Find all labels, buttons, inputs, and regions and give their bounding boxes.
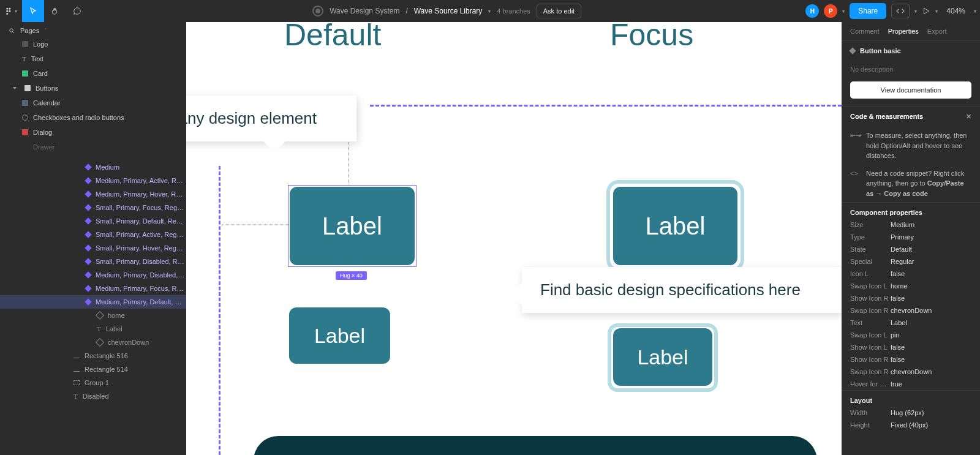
rect-icon [74,367,80,372]
group-icon [74,380,80,385]
instance-icon [96,338,104,347]
layer-item[interactable]: Medium, Primary, Active, Regular [0,174,186,187]
rect-icon [74,353,80,358]
share-button[interactable]: Share [850,3,886,19]
top-toolbar: ▾ Wave Design System / Wave Source Libra… [0,0,980,22]
button-default-small[interactable]: Label [289,307,390,364]
sublayer-label[interactable]: TLabel [0,322,186,336]
left-panel: Pages ˄ Logo TText Card Buttons Calendar… [0,22,186,455]
close-icon[interactable]: ✕ [966,113,971,121]
hand-tool[interactable] [44,0,66,22]
property-row: Show Icon Lfalse [842,341,980,353]
tab-comment[interactable]: Comment [850,28,880,35]
figma-menu[interactable]: ▾ [0,0,22,22]
property-row: Swap Icon Lhome [842,280,980,292]
button-focus[interactable]: Label [613,187,737,265]
code-icon [895,7,905,15]
layer-item[interactable]: Small, Primary, Active, Regular [0,228,186,241]
comment-tool[interactable] [66,0,88,22]
svg-point-5 [10,28,13,32]
ask-to-edit-button[interactable]: Ask to edit [537,4,581,18]
view-documentation-button[interactable]: View documentation [850,81,971,99]
figma-icon [5,7,13,15]
sublayer-chevron[interactable]: chevronDown [0,336,186,349]
button-focus-small[interactable]: Label [613,328,712,386]
layer-item-selected[interactable]: Medium, Primary, Default, Regu... [0,295,186,309]
user-avatar-h[interactable]: H [805,4,819,18]
layer-item[interactable]: Medium, Primary, Hover, Regular [0,187,186,201]
selection-outline [288,185,417,267]
team-name[interactable]: Wave Design System [330,7,399,15]
layer-item[interactable]: Small, Primary, Disabled, Regular [0,255,186,268]
property-row: TextLabel [842,317,980,329]
component-properties-header: Component properties [842,202,980,219]
page-item-drawer[interactable]: Drawer [0,140,186,154]
branch-count[interactable]: 4 branches [497,7,530,15]
hint-measure: ⇤⇥ To measure, select anything, then hol… [842,127,980,165]
property-row: Hover for W...true [842,378,980,390]
chevron-down-icon[interactable]: ▾ [842,9,845,14]
hand-icon [51,7,59,15]
pages-label: Pages [20,27,39,34]
layer-disabled[interactable]: TDisabled [0,389,186,403]
tooltip-specs: Find basic design specifications here [522,267,842,313]
tab-properties[interactable]: Properties [888,28,919,35]
property-row: StateDefault [842,243,980,255]
dimension-badge: Hug × 40 [336,271,367,280]
chevron-down-icon[interactable]: ▾ [974,9,976,14]
svg-rect-3 [9,8,10,10]
layer-rect514[interactable]: Rectangle 514 [0,363,186,376]
layout-row: WidthHug (62px) [842,407,980,419]
guide-horizontal [370,105,842,107]
canvas[interactable]: Default Focus Label Hug × 40 Label Label… [186,22,842,455]
page-item-calendar[interactable]: Calendar [0,96,186,110]
layer-group1[interactable]: Group 1 [0,376,186,389]
chevron-down-icon[interactable]: ▾ [935,9,938,14]
comment-icon [73,7,81,15]
property-row: Icon Lfalse [842,268,980,280]
page-item-buttons[interactable]: Buttons [0,81,186,96]
heading-default: Default [284,22,381,53]
layer-item[interactable]: Medium, Primary, Focus, Regular [0,282,186,295]
dev-mode-toggle[interactable] [891,4,910,18]
property-row: SpecialRegular [842,255,980,268]
chevron-down-icon[interactable]: ▾ [488,9,491,14]
code-measurements-header: Code & measurements ✕ [842,106,980,127]
tab-export[interactable]: Export [927,28,947,35]
page-list: Logo TText Card Buttons Calendar Checkbo… [0,39,186,156]
code-icon: <> [850,168,860,199]
right-tabs: Comment Properties Export [842,22,980,40]
layout-header: Layout [842,390,980,407]
page-item-logo[interactable]: Logo [0,37,186,51]
zoom-level[interactable]: 404% [943,7,969,15]
project-avatar [312,6,323,17]
layer-rect516[interactable]: Rectangle 516 [0,349,186,363]
layer-item[interactable]: Medium, Primary, Disabled, Reg... [0,268,186,282]
hint-code: <> Need a code snippet? Right click anyt… [842,165,980,203]
play-icon[interactable] [922,7,930,15]
property-row: Show Icon Rfalse [842,353,980,366]
property-row: Swap Icon RchevronDown [842,366,980,378]
page-item-dialog[interactable]: Dialog [0,125,186,140]
layer-item[interactable]: Small, Primary, Default, Regular [0,214,186,228]
layer-item[interactable]: Small, Primary, Focus, Regular [0,201,186,214]
instance-icon [96,311,104,320]
svg-rect-0 [6,8,8,10]
page-item-card[interactable]: Card [0,66,186,81]
top-right-controls: H P ▾ Share ▾ ▾ 404% ▾ [805,3,980,19]
property-row: Swap Icon RchevronDown [842,304,980,317]
guide-vertical [219,166,221,455]
page-item-checkboxes[interactable]: Checkboxes and radio buttons [0,110,186,125]
page-item-text[interactable]: TText [0,51,186,66]
user-avatar-p[interactable]: P [824,4,837,18]
svg-rect-4 [9,10,10,12]
right-panel: Comment Properties Export Button basic N… [842,22,980,455]
sublayer-home[interactable]: home [0,309,186,322]
file-name[interactable]: Wave Source Library [414,7,483,15]
property-list: SizeMediumTypePrimaryStateDefaultSpecial… [842,219,980,390]
move-tool[interactable] [22,0,44,22]
layout-row: HeightFixed (40px) [842,419,980,431]
chevron-down-icon[interactable]: ▾ [914,9,917,14]
layer-item[interactable]: Small, Primary, Hover, Regular [0,241,186,255]
layer-item[interactable]: Medium [0,160,186,174]
